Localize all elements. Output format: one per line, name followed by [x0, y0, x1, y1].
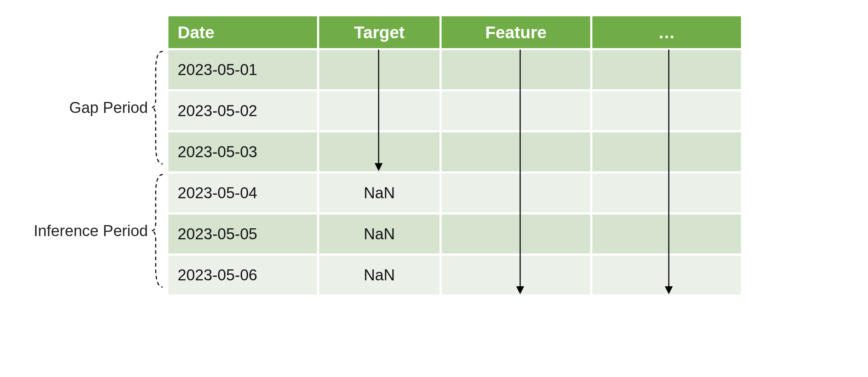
- cell-feature: [442, 173, 590, 212]
- table-row: 2023-05-04 NaN: [168, 173, 741, 212]
- inference-period-label: Inference Period: [34, 222, 148, 240]
- cell-more: [592, 50, 741, 89]
- header-more: …: [592, 16, 741, 48]
- cell-more: [592, 132, 741, 171]
- table-row: 2023-05-06 NaN: [168, 256, 741, 295]
- cell-more: [592, 173, 741, 212]
- cell-more: [592, 91, 741, 130]
- cell-target: NaN: [319, 215, 439, 253]
- header-feature: Feature: [442, 16, 590, 48]
- cell-target: NaN: [319, 256, 439, 295]
- header-target: Target: [319, 16, 439, 48]
- cell-feature: [442, 215, 590, 253]
- cell-feature: [442, 132, 590, 171]
- cell-feature: [442, 50, 590, 89]
- cell-target: [319, 91, 439, 130]
- cell-feature: [442, 91, 590, 130]
- cell-feature: [442, 256, 590, 295]
- cell-date: 2023-05-06: [168, 256, 317, 295]
- cell-more: [592, 256, 741, 295]
- cell-date: 2023-05-04: [168, 173, 317, 212]
- cell-date: 2023-05-01: [168, 50, 317, 89]
- brace-icon: [150, 172, 166, 289]
- diagram-root: Gap Period Inference Period Date Target: [14, 14, 854, 297]
- gap-period-label-block: Gap Period: [14, 46, 166, 169]
- table-row: 2023-05-02: [168, 91, 741, 130]
- table-container: Date Target Feature … 2023-05-01 2023-05…: [166, 14, 743, 297]
- inference-period-label-block: Inference Period: [14, 169, 166, 292]
- header-row: Date Target Feature …: [168, 16, 741, 48]
- cell-date: 2023-05-02: [168, 91, 317, 130]
- cell-target: NaN: [319, 173, 439, 212]
- table-row: 2023-05-01: [168, 50, 741, 89]
- cell-target: [319, 50, 439, 89]
- data-table: Date Target Feature … 2023-05-01 2023-05…: [166, 14, 743, 297]
- table-row: 2023-05-05 NaN: [168, 215, 741, 253]
- period-labels: Gap Period Inference Period: [14, 14, 166, 292]
- gap-period-label: Gap Period: [69, 99, 148, 116]
- brace-icon: [150, 49, 166, 166]
- header-date: Date: [168, 16, 317, 48]
- cell-date: 2023-05-03: [168, 132, 317, 171]
- cell-date: 2023-05-05: [168, 215, 317, 253]
- table-row: 2023-05-03: [168, 132, 741, 171]
- cell-more: [592, 215, 741, 253]
- cell-target: [319, 132, 439, 171]
